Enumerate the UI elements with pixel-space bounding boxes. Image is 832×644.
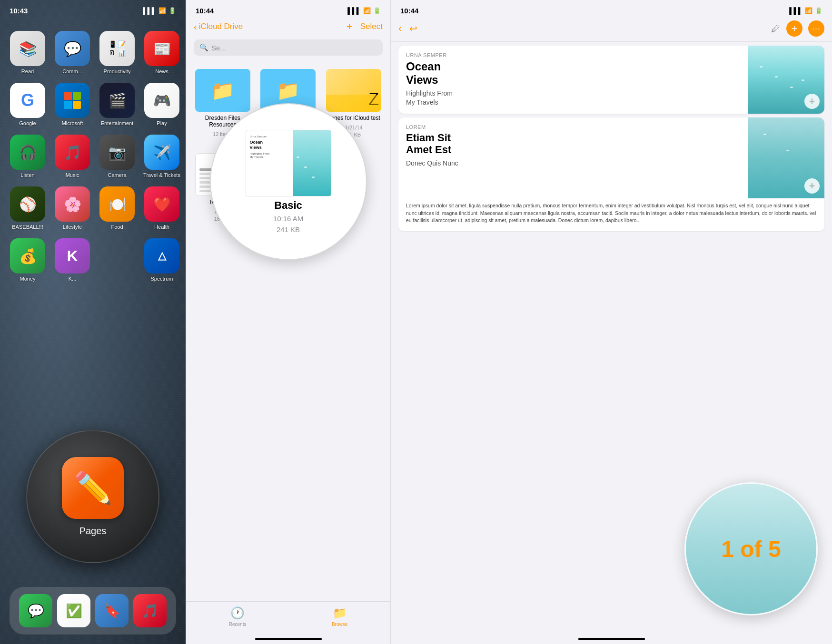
pages-battery-icon: 🔋 [815,7,822,14]
dock-messages[interactable]: 💬 [19,594,52,627]
files-back-button[interactable]: ‹ iCloud Drive [194,21,243,32]
app-icon-empty [99,238,135,273]
app-productivity[interactable]: 📱📝 🗓📊 Productivity [98,31,136,74]
app-icon-baseball[interactable]: ⚾ [10,186,45,222]
wifi-icon: 📶 [158,7,166,14]
app-read[interactable]: 📚 Read [9,31,47,74]
app-spectrum[interactable]: △ Spectrum [143,238,181,282]
music-dock-icon: 🎵 [142,603,158,619]
pages-status-time: 10:44 [400,7,418,15]
app-label-microsoft: Microsoft [62,120,83,126]
pages-signal-icon: ▌▌▌ [789,7,802,14]
doc-category-lorem: Lorem [406,124,743,130]
app-baseball[interactable]: ⚾ BASEBALL!!! [9,186,47,230]
doc-list-spacer [391,235,832,378]
files-select-button[interactable]: Select [360,22,383,31]
doc-card-etiam-content: Lorem Etiam SitAmet Est Donec Quis Nunc [398,117,748,198]
pages-app-circle[interactable]: ✏️ Pages [26,430,159,563]
pages-back-button[interactable]: ‹ [398,22,402,35]
app-music[interactable]: 🎵 Music [53,135,91,178]
productivity-emoji: 📱📝 🗓📊 [109,40,126,57]
pages-icon-large[interactable]: ✏️ [62,457,124,519]
app-icon-google[interactable]: G [10,83,45,118]
app-food[interactable]: 🍽️ Food [98,186,136,230]
app-listen[interactable]: 🎧 Listen [9,135,47,178]
preview-author: Urna Semper [250,135,289,138]
doc-add-button-ocean[interactable]: + [804,94,820,109]
dock: 💬 ✅ 🔖 🎵 [10,587,176,634]
app-play[interactable]: 🎮 Play [143,83,181,126]
app-entertainment[interactable]: 🎬 Entertainment [98,83,136,126]
app-microsoft[interactable]: Microsoft [53,83,91,126]
home-indicator-files [255,638,322,640]
preview-subtitle: Highlights FromMy Travels [250,152,289,160]
files-search-placeholder: Se... [211,44,226,52]
app-icon-comm[interactable]: 💬 [55,31,90,66]
browse-label: Browse [332,622,347,627]
files-status-time: 10:44 [196,7,214,15]
pages-nav-right: 🖊 + ··· [771,20,824,37]
app-icon-microsoft[interactable] [55,83,90,118]
app-icon-read[interactable]: 📚 [10,31,45,66]
dock-reminders[interactable]: ✅ [57,594,90,627]
app-icon-productivity[interactable]: 📱📝 🗓📊 [99,31,135,66]
doc-title-etiam: Etiam SitAmet Est [406,132,743,156]
dock-readwise[interactable]: 🔖 [95,594,129,627]
music-emoji: 🎵 [64,144,81,161]
swimmer-dot [802,79,804,81]
app-icon-spectrum[interactable]: △ [144,238,179,273]
basic-file-time: 10:16 AM [273,215,303,223]
microsoft-emoji [64,92,81,109]
pages-history-button[interactable]: ↩ [409,23,417,34]
app-money[interactable]: 💰 Money [9,238,47,282]
doc-add-button-etiam[interactable]: + [804,178,820,194]
app-travel[interactable]: ✈️ Travel & Tickets [143,135,181,178]
app-icon-travel[interactable]: ✈️ [144,135,179,170]
swimmer-dot [775,76,778,78]
app-label-lifestyle: Lifestyle [63,224,82,230]
app-icon-food[interactable]: 🍽️ [99,186,135,222]
app-lifestyle[interactable]: 🌸 Lifestyle [53,186,91,230]
app-icon-news[interactable]: 📰 [144,31,179,66]
doc-card-ocean-views[interactable]: Urna Semper OceanViews Highlights FromMy… [398,46,824,114]
status-icons-home: ▌▌▌ 📶 🔋 [143,7,176,14]
tab-browse[interactable]: 📁 Browse [332,606,347,627]
tab-recents[interactable]: 🕐 Recents [229,606,247,627]
app-label-food: Food [111,224,123,230]
app-comm[interactable]: 💬 Comm... [53,31,91,74]
app-icon-music[interactable]: 🎵 [55,135,90,170]
app-k[interactable]: K K... [53,238,91,282]
swimmers-overlay [293,130,331,196]
pages-more-button[interactable]: ··· [808,20,824,37]
app-google[interactable]: G Google [9,83,47,126]
app-label-productivity: Productivity [104,68,131,74]
read-emoji: 📚 [19,40,37,57]
app-icon-play[interactable]: 🎮 [144,83,179,118]
preview-title: OceanViews [250,140,289,150]
app-camera[interactable]: 📷 Camera [98,135,136,178]
app-news[interactable]: 📰 News [143,31,181,74]
app-label-baseball: BASEBALL!!! [12,224,43,230]
panel-files: 10:44 ▌▌▌ 📶 🔋 ‹ iCloud Drive + Select 🔍 … [186,0,390,644]
pages-pencil-icon[interactable]: 🖊 [771,23,781,34]
doc-card-etiam[interactable]: Lorem Etiam SitAmet Est Donec Quis Nunc … [398,117,824,231]
files-add-button[interactable]: + [347,20,353,33]
app-icon-entertainment[interactable]: 🎬 [99,83,135,118]
app-icon-lifestyle[interactable]: 🌸 [55,186,90,222]
app-health[interactable]: ❤️ Health [143,186,181,230]
app-icon-camera[interactable]: 📷 [99,135,135,170]
app-icon-health[interactable]: ❤️ [144,186,179,222]
dock-music[interactable]: 🎵 [133,594,167,627]
app-icon-k[interactable]: K [55,238,90,273]
comm-emoji: 💬 [64,40,81,57]
browse-icon: 📁 [333,606,347,620]
files-search-bar[interactable]: 🔍 Se... [194,39,383,56]
readwise-icon: 🔖 [104,603,120,619]
app-icon-money[interactable]: 💰 [10,238,45,273]
basic-preview-thumbnail: Urna Semper OceanViews Highlights FromMy… [246,130,331,196]
pages-circle-label: Pages [79,526,107,537]
basic-preview-text-area: Urna Semper OceanViews Highlights FromMy… [246,130,293,196]
app-icon-listen[interactable]: 🎧 [10,135,45,170]
app-label-music: Music [66,172,79,178]
pages-add-button[interactable]: + [786,20,802,37]
